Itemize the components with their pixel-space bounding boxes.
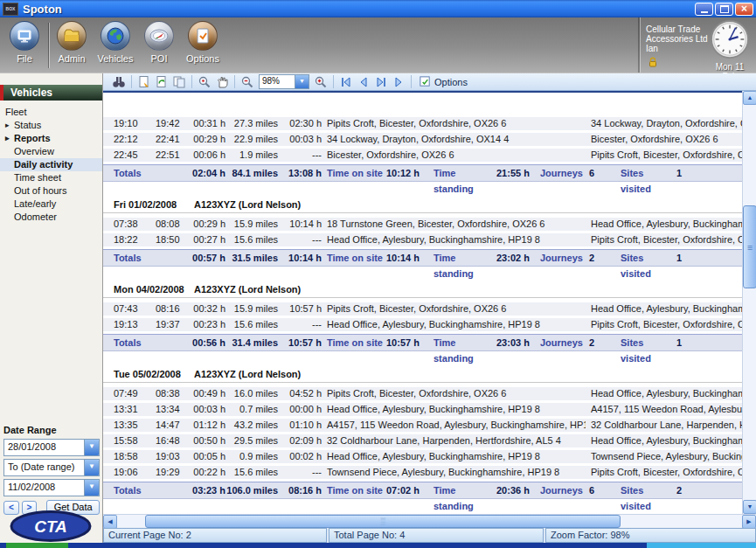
- vertical-scrollbar[interactable]: ▲ ☰ ▼: [742, 91, 756, 514]
- sidebar-item-time-sheet[interactable]: Time sheet: [0, 171, 102, 184]
- file-button[interactable]: File: [3, 21, 45, 64]
- arrow-bullet-icon: ▸: [5, 119, 10, 132]
- report-options-button[interactable]: Options: [415, 75, 471, 88]
- sidebar-item-out-of-hours[interactable]: Out of hours: [0, 184, 102, 198]
- totals-time: 10:57 h: [278, 335, 322, 366]
- zoom-out-button[interactable]: [239, 74, 256, 89]
- end-time: 13:34: [156, 403, 191, 416]
- poi-button[interactable]: POI: [138, 21, 180, 64]
- chevron-down-icon[interactable]: ▼: [84, 460, 99, 475]
- page-layout-button[interactable]: [170, 74, 188, 89]
- spacer: [103, 419, 114, 432]
- journey-distance: 27.3 miles: [225, 117, 278, 130]
- options-button[interactable]: Options: [182, 21, 224, 64]
- vehicles-button[interactable]: Vehicles: [94, 21, 136, 64]
- scroll-left-button[interactable]: ◀: [103, 515, 117, 529]
- sidebar-item-label: Daily activity: [14, 159, 73, 170]
- restore-button[interactable]: [715, 3, 733, 16]
- date-from-combo[interactable]: 28/01/2008 ▼: [3, 439, 100, 456]
- spacer: [103, 450, 114, 463]
- chevron-down-icon[interactable]: ▼: [295, 75, 309, 88]
- day-date: Mon 04/02/2008: [114, 284, 194, 295]
- scroll-up-button[interactable]: ▲: [743, 91, 756, 105]
- sidebar-item-overview[interactable]: Overview: [0, 145, 102, 158]
- vehicle-registration: A123XYZ (Lord Nelson): [194, 199, 742, 211]
- sidebar-item-label: Overview: [14, 146, 54, 156]
- pan-button[interactable]: [213, 74, 231, 89]
- find-button[interactable]: [110, 74, 128, 89]
- zoom-in-button[interactable]: [312, 74, 329, 89]
- company-name: Cellular Trade Accessories Ltd Ian: [646, 24, 708, 53]
- from-location: Head Office, Aylesbury, Buckinghamshire,…: [322, 403, 586, 416]
- restore-icon: [720, 5, 729, 13]
- time-standing-value: 23:03 h: [496, 335, 540, 366]
- journey-distance: 15.6 miles: [225, 233, 278, 246]
- from-location: Pipits Croft, Bicester, Oxfordshire, OX2…: [322, 117, 586, 130]
- poi-button-label: POI: [151, 53, 168, 64]
- last-page-button[interactable]: [372, 74, 390, 89]
- minimize-button[interactable]: [695, 3, 713, 16]
- zoom-level-combo[interactable]: 98% ▼: [259, 74, 309, 89]
- company-line-3: Ian: [646, 44, 708, 53]
- status-current-page: Current Page No: 2: [103, 528, 327, 543]
- journey-row: 18:5819:0300:05 h0.9 miles00:02 hHead Of…: [103, 450, 742, 463]
- horizontal-scroll-thumb[interactable]: ░: [145, 515, 621, 528]
- first-page-icon: [339, 75, 353, 89]
- options-button-label: Options: [186, 53, 219, 64]
- report-toolbar: 98% ▼ Options: [103, 73, 756, 91]
- totals-distance: 31.5 miles: [225, 250, 278, 281]
- end-time: 19:42: [156, 117, 191, 130]
- time-standing-label: Time standing: [433, 250, 496, 281]
- journey-duration: 00:06 h: [191, 149, 225, 162]
- sites-visited-label: Sites visited: [621, 165, 676, 197]
- sidebar-item-status[interactable]: ▸Status: [0, 119, 102, 132]
- scroll-down-button[interactable]: ▼: [743, 500, 756, 514]
- totals-time: 08:16 h: [278, 482, 322, 514]
- date-to-combo[interactable]: 11/02/2008 ▼: [3, 479, 100, 496]
- from-location: 34 Lockway, Drayton, Oxfordshire, OX14 4: [322, 133, 586, 146]
- totals-distance: 31.4 miles: [225, 335, 278, 366]
- sidebar-item-reports[interactable]: ▸Reports: [0, 132, 102, 145]
- sites-visited-value: 1: [676, 165, 742, 197]
- first-page-button[interactable]: [337, 74, 355, 89]
- admin-button[interactable]: Admin: [51, 21, 93, 64]
- close-button[interactable]: ×: [735, 3, 753, 16]
- journey-row: 19:1319:3700:23 h15.6 miles---Head Offic…: [103, 318, 742, 331]
- chevron-down-icon[interactable]: ▼: [84, 480, 99, 496]
- date-mode-value: To (Date range): [4, 460, 84, 475]
- refresh-button[interactable]: [153, 74, 170, 89]
- zoom-select-button[interactable]: [196, 74, 213, 89]
- from-location: Head Office, Aylesbury, Buckinghamshire,…: [322, 450, 586, 463]
- journey-duration: 00:22 h: [191, 466, 225, 479]
- journey-row: 15:5816:4800:50 h29.5 miles02:09 h32 Col…: [103, 434, 742, 447]
- journey-distance: 22.9 miles: [225, 133, 278, 146]
- date-mode-combo[interactable]: To (Date range) ▼: [3, 459, 100, 476]
- zoom-level-value: 98%: [260, 75, 295, 88]
- analog-clock-icon: [710, 19, 750, 59]
- report-body: 19:1019:4200:31 h27.3 miles02:30 hPipits…: [103, 117, 742, 499]
- start-time: 07:43: [114, 302, 156, 316]
- journey-distance: 15.6 miles: [225, 466, 278, 479]
- sidebar-item-label: Out of hours: [14, 185, 67, 196]
- next-page-button[interactable]: [390, 74, 407, 89]
- sidebar-item-late-early[interactable]: Late/early: [0, 198, 102, 211]
- export-button[interactable]: [135, 74, 153, 89]
- divider: [103, 382, 742, 383]
- sidebar-item-daily-activity[interactable]: Daily activity: [0, 158, 102, 171]
- sites-visited-value: 1: [676, 250, 742, 281]
- from-location: Townsend Piece, Aylesbury, Buckinghamshi…: [322, 466, 586, 479]
- chevron-down-icon[interactable]: ▼: [84, 440, 99, 455]
- end-time: 19:03: [156, 450, 191, 463]
- status-total-page: Total Page No: 4: [329, 528, 544, 543]
- spacer: [103, 250, 114, 281]
- vertical-scroll-thumb[interactable]: ☰: [743, 205, 756, 288]
- previous-page-button[interactable]: [355, 74, 372, 89]
- end-time: 16:48: [156, 434, 191, 447]
- horizontal-scrollbar[interactable]: ◀ ░ ▶: [103, 514, 756, 528]
- to-location: Townsend Piece, Aylesbury, Buckinghamshi: [586, 450, 742, 463]
- time-standing-label: Time standing: [433, 335, 496, 366]
- scroll-right-button[interactable]: ▶: [742, 515, 756, 529]
- sites-visited-value: 2: [676, 482, 742, 514]
- globe-icon: [101, 21, 130, 51]
- sidebar-item-odometer[interactable]: Odometer: [0, 211, 102, 224]
